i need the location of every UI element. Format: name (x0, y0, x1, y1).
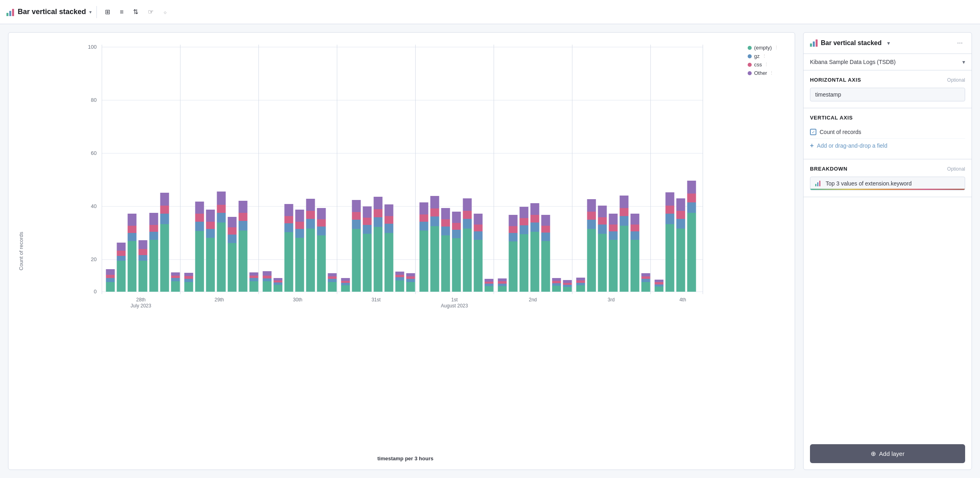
count-of-records-checkbox[interactable]: ✓ (810, 129, 816, 135)
svg-rect-76 (250, 272, 258, 276)
svg-rect-186 (563, 285, 572, 287)
svg-rect-196 (587, 199, 596, 212)
settings-button[interactable]: ≡ (117, 6, 127, 18)
svg-rect-66 (228, 235, 237, 243)
svg-rect-143 (441, 219, 450, 227)
edit-visualization-button[interactable]: ⊞ (102, 6, 113, 18)
svg-rect-156 (474, 214, 483, 225)
svg-rect-24 (106, 269, 115, 275)
svg-rect-39 (150, 225, 158, 232)
svg-rect-34 (139, 255, 148, 261)
svg-rect-137 (431, 226, 439, 292)
svg-rect-121 (385, 233, 394, 292)
svg-rect-201 (609, 240, 618, 292)
svg-rect-47 (171, 276, 180, 278)
svg-rect-185 (563, 287, 572, 292)
svg-rect-124 (385, 204, 394, 216)
svg-rect-175 (531, 215, 539, 223)
svg-rect-138 (431, 216, 439, 226)
svg-rect-50 (185, 279, 193, 282)
svg-rect-208 (620, 196, 629, 208)
svg-rect-225 (677, 229, 685, 292)
svg-rect-177 (541, 241, 550, 292)
horizontal-axis-section: Horizontal axis Optional timestamp (804, 70, 972, 108)
svg-text:100: 100 (88, 44, 97, 50)
chart-type-selector[interactable]: Bar vertical stacked ▾ (6, 8, 92, 16)
svg-rect-212 (631, 214, 640, 225)
sync-axis-button[interactable]: ⇅ (130, 6, 141, 18)
panel-header-actions: ⋯ (955, 38, 965, 48)
svg-rect-130 (406, 279, 415, 282)
svg-rect-195 (587, 212, 596, 220)
svg-rect-164 (498, 278, 507, 281)
svg-rect-209 (631, 240, 640, 292)
svg-rect-139 (431, 208, 439, 216)
svg-rect-231 (687, 194, 696, 202)
svg-rect-44 (160, 193, 169, 206)
svg-rect-165 (509, 241, 518, 292)
svg-rect-88 (285, 204, 293, 216)
svg-rect-169 (520, 234, 529, 292)
add-field-row[interactable]: + Add or drag-and-drop a field (810, 139, 965, 152)
svg-rect-37 (150, 240, 158, 292)
svg-rect-207 (620, 208, 629, 216)
chart-inner: (empty) ⋮ gz ⋮ css ⋮ Ot (24, 41, 787, 462)
svg-rect-218 (655, 284, 664, 286)
svg-rect-213 (642, 282, 650, 292)
datasource-row[interactable]: Kibana Sample Data Logs (TSDB) ▾ (804, 54, 972, 70)
svg-rect-132 (406, 273, 415, 276)
bar-chart-svg: 100 80 60 40 20 0 (24, 41, 787, 314)
svg-rect-229 (687, 213, 696, 292)
svg-rect-123 (385, 216, 394, 224)
svg-rect-184 (552, 278, 561, 281)
svg-rect-96 (306, 199, 315, 211)
svg-rect-205 (620, 226, 629, 292)
svg-rect-157 (485, 286, 494, 292)
svg-rect-65 (228, 243, 237, 292)
svg-rect-78 (263, 278, 272, 281)
svg-rect-193 (587, 229, 596, 292)
chart-panel: Count of records (empty) ⋮ gz ⋮ (8, 32, 795, 470)
svg-rect-153 (474, 240, 483, 292)
chart-svg-container: 100 80 60 40 20 0 (24, 41, 787, 452)
svg-rect-103 (328, 276, 337, 279)
svg-rect-168 (509, 215, 518, 226)
svg-rect-198 (598, 225, 607, 234)
svg-rect-114 (363, 225, 372, 234)
svg-rect-109 (352, 229, 361, 292)
svg-rect-142 (441, 227, 450, 235)
svg-rect-158 (485, 284, 494, 286)
breakdown-item-label: Top 3 values of extension.keyword (826, 180, 912, 187)
pan-button[interactable]: ☞ (145, 6, 157, 18)
svg-rect-91 (295, 222, 304, 229)
vertical-axis-header: Vertical axis (810, 115, 965, 121)
add-layer-button[interactable]: ⊕ Add layer (810, 444, 965, 463)
svg-rect-56 (195, 202, 204, 214)
breakdown-item[interactable]: Top 3 values of extension.keyword (810, 177, 965, 190)
svg-rect-220 (655, 280, 664, 282)
svg-rect-21 (106, 282, 115, 292)
svg-rect-230 (687, 202, 696, 213)
svg-rect-181 (552, 286, 561, 292)
svg-rect-182 (552, 283, 561, 286)
more-options-button[interactable]: ⬦ (160, 6, 170, 18)
svg-rect-190 (576, 283, 585, 285)
svg-rect-113 (363, 234, 372, 292)
svg-text:3rd: 3rd (608, 297, 615, 303)
checkbox-check-icon: ✓ (812, 130, 815, 135)
svg-rect-211 (631, 225, 640, 231)
svg-rect-159 (485, 282, 494, 284)
svg-rect-120 (374, 197, 383, 209)
svg-rect-134 (420, 222, 428, 231)
svg-rect-135 (420, 214, 428, 222)
panel-more-button[interactable]: ⋯ (955, 38, 965, 48)
svg-rect-119 (374, 209, 383, 217)
horizontal-axis-field[interactable]: timestamp (810, 88, 965, 101)
panel-chevron-button[interactable]: ▾ (885, 38, 892, 48)
svg-rect-86 (285, 223, 293, 232)
svg-rect-176 (531, 203, 539, 215)
svg-text:2nd: 2nd (529, 297, 537, 303)
chart-type-chevron-icon: ▾ (89, 9, 92, 15)
svg-rect-197 (598, 234, 607, 292)
svg-rect-107 (341, 281, 350, 283)
